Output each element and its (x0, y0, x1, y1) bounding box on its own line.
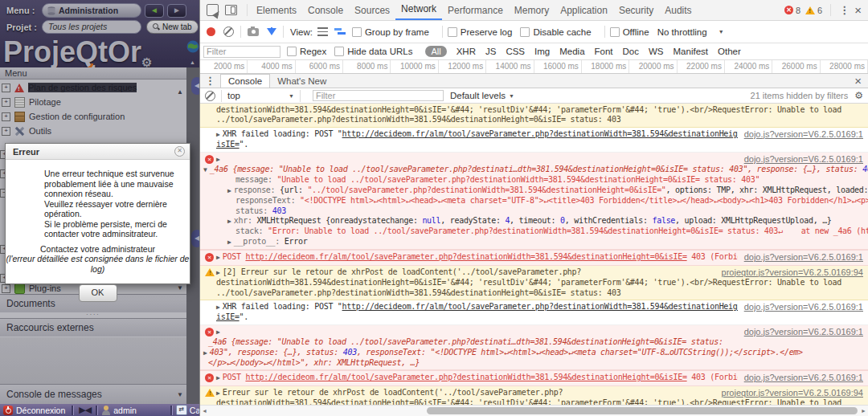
disable-cache-checkbox[interactable]: Disable cache (520, 27, 591, 37)
filter-type-js[interactable]: JS (481, 47, 501, 56)
drawer-close-icon[interactable]: × (854, 74, 868, 88)
expand-arrow-icon[interactable]: ▶ (227, 187, 234, 194)
expand-arrow-icon[interactable]: ▶ (216, 254, 223, 261)
console-filter-input[interactable] (313, 90, 444, 101)
preserve-log-checkbox[interactable]: Preserve log (448, 27, 513, 37)
devtools-tab-sources[interactable]: Sources (349, 1, 395, 20)
console-row[interactable]: ▶[2] Erreur sur le retour de xhrPost de … (200, 266, 868, 300)
expand-arrow-icon[interactable]: ▶ (227, 218, 234, 225)
console-settings-gear-icon[interactable]: ⚙ (854, 90, 863, 101)
network-filter-input[interactable] (203, 46, 280, 58)
expand-arrow-icon[interactable]: ▶ (216, 328, 223, 336)
expand-arrow-icon[interactable]: ▶ (216, 304, 223, 311)
network-timeline-ruler[interactable]: 2000 ms4000 ms6000 ms8000 ms10000 ms1200… (200, 60, 868, 74)
drawer-tab-console[interactable]: Console (220, 74, 270, 88)
console-row[interactable]: destinationWidth=381.594&destinationHeig… (200, 104, 868, 128)
filter-type-all[interactable]: All (425, 46, 446, 57)
log-levels-dropdown[interactable]: Default levels (450, 91, 506, 100)
source-link[interactable]: projeqtor.js?version=V6.2.5.0169:94 (722, 388, 863, 398)
filter-type-other[interactable]: Other (713, 47, 746, 56)
dialog-titlebar[interactable]: Erreur ✕ (6, 144, 190, 160)
source-link[interactable]: dojo.js?version=V6.2.5.0169:1 (744, 302, 863, 312)
source-link[interactable]: dojo.js?version=V6.2.5.0169:1 (744, 252, 863, 263)
console-row[interactable]: ✕▶POST http://decideom.fr/alm/tool/saveP… (200, 370, 868, 385)
filter-funnel-icon[interactable] (267, 28, 276, 35)
expand-arrow-icon[interactable]: ▶ (216, 389, 223, 397)
console-text: ▶[2] Erreur sur le retour de xhrPost de … (200, 267, 715, 278)
devtools-tab-audits[interactable]: Audits (659, 1, 697, 20)
error-count-badge[interactable]: ✕8 (784, 6, 800, 15)
devtools-tab-console[interactable]: Console (302, 1, 349, 20)
user-name[interactable]: admin (113, 406, 137, 415)
group-by-frame-checkbox[interactable]: Group by frame (352, 27, 429, 37)
hide-data-urls-checkbox[interactable]: Hide data URLs (334, 47, 412, 56)
power-icon[interactable] (3, 406, 13, 415)
regex-checkbox[interactable]: Regex (287, 47, 326, 56)
scrollbar-thumb[interactable] (427, 407, 858, 414)
filter-type-manifest[interactable]: Manifest (669, 47, 713, 56)
filter-type-doc[interactable]: Doc (618, 47, 644, 56)
horizontal-scrollbar[interactable]: ◄ ► (200, 405, 868, 416)
expand-arrow-icon[interactable]: ▶ (203, 349, 210, 357)
console-row[interactable]: ▶XHR failed loading: POST "http://decide… (200, 128, 868, 153)
expand-arrow-icon[interactable]: ▼ (203, 166, 210, 173)
list-view-icon[interactable] (317, 27, 328, 36)
console-row[interactable]: ✕▶dojo.js?version=V6.2.5.0169:1▼_4a6 {me… (200, 153, 868, 251)
statusbar-separator (72, 406, 74, 415)
devtools-tab-elements[interactable]: Elements (251, 1, 302, 20)
collapse-arrows-icon[interactable]: ▶◀ (79, 405, 91, 415)
expand-arrow-icon[interactable]: ▶ (216, 156, 223, 163)
devtools-close-icon[interactable]: × (854, 3, 862, 17)
devtools-tab-performance[interactable]: Performance (442, 1, 509, 20)
scroll-right-icon[interactable]: ► (861, 408, 866, 414)
console-row[interactable]: ✕▶POST http://decideom.fr/alm/tool/saveP… (200, 250, 868, 265)
expand-arrow-icon[interactable]: ▶ (216, 269, 223, 276)
filter-type-media[interactable]: Media (555, 47, 589, 56)
screenshot-icon[interactable] (248, 28, 259, 36)
filter-type-css[interactable]: CSS (501, 47, 530, 56)
drawer-tab-what-s-new[interactable]: What's New (270, 75, 334, 88)
devtools-tab-network[interactable]: Network (395, 0, 442, 20)
inspect-element-icon[interactable] (207, 4, 219, 16)
source-link[interactable]: dojo.js?version=V6.2.5.0169:1 (744, 154, 863, 165)
dialog-close-icon[interactable]: ✕ (174, 146, 185, 157)
device-toolbar-icon[interactable] (225, 5, 237, 15)
expand-arrow-icon[interactable]: ▶ (216, 374, 223, 381)
timeline-tick: 12000 ms (439, 60, 486, 73)
error-icon: ✕ (205, 328, 214, 336)
throttling-dropdown[interactable]: No throttling (657, 27, 707, 37)
devtools-menu-icon[interactable]: ⋮ (839, 4, 850, 16)
filter-type-img[interactable]: Img (530, 47, 555, 56)
console-row[interactable]: ✕▶dojo.js?version=V6.2.5.0169:1_4a6 {mes… (200, 325, 868, 371)
expand-arrow-icon[interactable]: ▶ (227, 239, 234, 246)
ok-button[interactable]: OK (79, 284, 117, 302)
warning-count-badge[interactable]: 6 (805, 6, 822, 15)
console-text: ▶Erreur sur le retour de xhrPost de load… (200, 388, 715, 398)
console-text: ../tool/saveParameter.php?destinationWid… (200, 288, 868, 298)
scroll-left-icon[interactable]: ◄ (202, 408, 207, 414)
execution-context-dropdown[interactable]: top (227, 91, 240, 100)
devtools-tab-security[interactable]: Security (613, 1, 659, 20)
source-link[interactable]: dojo.js?version=V6.2.5.0169:1 (744, 373, 863, 383)
filter-type-font[interactable]: Font (590, 47, 618, 56)
console-row[interactable]: ▶Erreur sur le retour de xhrPost de load… (200, 386, 868, 405)
drawer-menu-icon[interactable]: ⋮ (200, 75, 220, 87)
devtools-tab-application[interactable]: Application (555, 1, 613, 20)
expand-arrow-icon[interactable]: ▶ (216, 131, 223, 138)
devtools-tab-memory[interactable]: Memory (509, 1, 555, 20)
console-text: ▶POST http://decideom.fr/alm/tool/savePa… (200, 373, 738, 383)
offline-checkbox[interactable]: Offline (610, 27, 649, 37)
cache-icon[interactable]: ⇄ (176, 405, 187, 415)
record-icon[interactable] (207, 27, 215, 36)
timeline-tick: 16000 ms (534, 60, 582, 73)
source-link[interactable]: dojo.js?version=V6.2.5.0169:1 (744, 129, 863, 140)
waterfall-view-icon[interactable] (334, 27, 346, 36)
source-link[interactable]: projeqtor.js?version=V6.2.5.0169:94 (722, 267, 863, 278)
clear-icon[interactable] (223, 27, 234, 37)
source-link[interactable]: dojo.js?version=V6.2.5.0169:1 (744, 327, 863, 337)
filter-type-xhr[interactable]: XHR (452, 47, 481, 56)
logout-button[interactable]: Déconnexion (16, 406, 65, 415)
clear-console-icon[interactable] (205, 91, 215, 101)
filter-type-ws[interactable]: WS (644, 47, 669, 56)
console-row[interactable]: ▶XHR failed loading: POST "http://decide… (200, 300, 868, 325)
